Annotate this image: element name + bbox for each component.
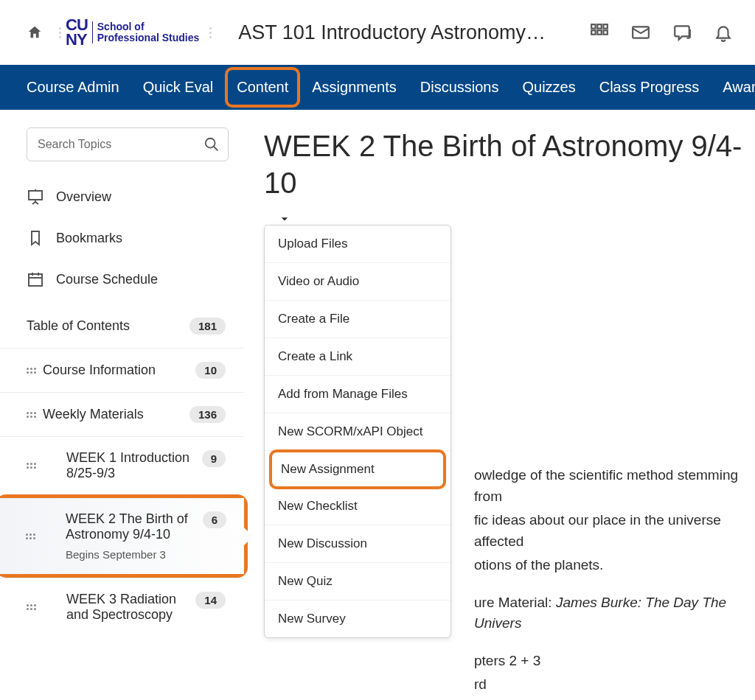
highlight-week-2: WEEK 2 The Birth of Astronomy 9/4-10 Beg… bbox=[0, 494, 248, 578]
drag-handle-icon[interactable] bbox=[27, 604, 37, 610]
nav-class-progress[interactable]: Class Progress bbox=[588, 69, 711, 106]
course-navbar: Course Admin Quick Eval Content Assignme… bbox=[0, 65, 755, 110]
chat-icon[interactable] bbox=[672, 23, 692, 42]
logo-subtext: School of Professional Studies bbox=[92, 21, 199, 44]
svg-point-7 bbox=[206, 139, 215, 148]
bell-icon[interactable] bbox=[714, 23, 733, 42]
nav-course-admin[interactable]: Course Admin bbox=[15, 69, 131, 106]
toc-count-badge: 181 bbox=[189, 318, 226, 335]
desc-line: owledge of the scientific method stemmin… bbox=[474, 465, 755, 507]
header-icon-group bbox=[590, 23, 733, 42]
toc-week-label: WEEK 3 Radiation and Spectroscopy bbox=[43, 592, 195, 623]
svg-rect-3 bbox=[591, 30, 595, 34]
mail-icon[interactable] bbox=[631, 23, 650, 42]
apps-grid-icon[interactable] bbox=[590, 23, 609, 42]
menu-create-a-link[interactable]: Create a Link bbox=[265, 338, 450, 376]
top-header: CU NY School of Professional Studies AST… bbox=[0, 0, 755, 65]
nav-assignments[interactable]: Assignments bbox=[300, 69, 408, 106]
drag-handle-icon[interactable] bbox=[27, 463, 37, 469]
toc-week-label: WEEK 1 Introduction 8/25-9/3 bbox=[43, 450, 202, 481]
menu-new-assignment[interactable]: New Assignment bbox=[272, 452, 443, 486]
menu-new-quiz[interactable]: New Quiz bbox=[265, 563, 450, 601]
nav-discussions[interactable]: Discussions bbox=[408, 69, 511, 106]
search-topics-wrap bbox=[27, 127, 229, 161]
logo-mark: CU NY bbox=[66, 18, 88, 47]
svg-rect-9 bbox=[29, 191, 42, 200]
svg-rect-0 bbox=[591, 24, 595, 28]
bookmark-icon bbox=[27, 229, 44, 247]
module-description: owledge of the scientific method stemmin… bbox=[474, 465, 755, 700]
content-area: WEEK 2 The Birth of Astronomy 9/4-10 Upl… bbox=[243, 110, 755, 700]
sidebar-schedule[interactable]: Course Schedule bbox=[0, 259, 243, 300]
sidebar-bookmarks-label: Bookmarks bbox=[56, 231, 122, 246]
toc-week-count: 9 bbox=[202, 450, 226, 467]
toc-week-label: WEEK 2 The Birth of Astronomy 9/4-10 bbox=[42, 511, 203, 542]
svg-rect-5 bbox=[603, 30, 607, 34]
menu-create-a-file[interactable]: Create a File bbox=[265, 301, 450, 338]
drag-handle-icon[interactable] bbox=[27, 368, 37, 374]
toc-header[interactable]: Table of Contents 181 bbox=[0, 300, 243, 348]
svg-line-8 bbox=[214, 147, 218, 151]
toc-week-2[interactable]: WEEK 2 The Birth of Astronomy 9/4-10 Beg… bbox=[0, 498, 244, 574]
menu-new-scorm-xapi[interactable]: New SCORM/xAPI Object bbox=[265, 413, 450, 451]
svg-rect-1 bbox=[597, 24, 601, 28]
svg-rect-4 bbox=[597, 30, 601, 34]
menu-new-survey[interactable]: New Survey bbox=[265, 601, 450, 637]
toc-week-count: 6 bbox=[203, 511, 226, 528]
home-icon[interactable] bbox=[27, 24, 43, 41]
toc-week-1[interactable]: WEEK 1 Introduction 8/25-9/3 9 bbox=[0, 436, 243, 494]
page-title: WEEK 2 The Birth of Astronomy 9/4-10 bbox=[264, 127, 755, 201]
sidebar-overview-label: Overview bbox=[56, 189, 111, 205]
toc-label: Table of Contents bbox=[27, 318, 130, 334]
svg-line-13 bbox=[35, 202, 38, 204]
lecture-line: ure Material: James Burke: The Day The U… bbox=[474, 592, 755, 634]
search-icon[interactable] bbox=[203, 136, 220, 153]
menu-new-checklist[interactable]: New Checklist bbox=[265, 488, 450, 525]
drag-handle-icon[interactable] bbox=[26, 533, 36, 539]
toc-item-count: 10 bbox=[195, 362, 226, 379]
presentation-icon bbox=[27, 188, 44, 206]
nav-awards[interactable]: Awards bbox=[711, 69, 755, 106]
toc-item-label: Weekly Materials bbox=[43, 407, 189, 422]
toc-item-label: Course Information bbox=[43, 363, 195, 378]
nav-content[interactable]: Content bbox=[228, 70, 297, 105]
search-input[interactable] bbox=[27, 127, 229, 161]
sidebar-overview[interactable]: Overview bbox=[0, 176, 243, 217]
toc-week-count: 14 bbox=[195, 592, 226, 609]
list-line: rd bbox=[474, 674, 755, 696]
toc-week-sublabel: Begins September 3 bbox=[42, 548, 203, 561]
menu-upload-files[interactable]: Upload Files bbox=[265, 225, 450, 263]
institution-logo[interactable]: CU NY School of Professional Studies bbox=[66, 18, 199, 47]
toc-weekly-materials[interactable]: Weekly Materials 136 bbox=[0, 392, 243, 436]
drag-handle-icon[interactable] bbox=[27, 412, 37, 418]
content-sidebar: Overview Bookmarks Course Schedule Table… bbox=[0, 110, 243, 700]
menu-new-discussion[interactable]: New Discussion bbox=[265, 525, 450, 563]
toc-course-information[interactable]: Course Information 10 bbox=[0, 348, 243, 392]
menu-video-or-audio[interactable]: Video or Audio bbox=[265, 263, 450, 301]
svg-line-12 bbox=[32, 202, 35, 204]
nav-quick-eval[interactable]: Quick Eval bbox=[131, 69, 226, 106]
menu-add-from-manage-files[interactable]: Add from Manage Files bbox=[265, 376, 450, 413]
main-layout: Overview Bookmarks Course Schedule Table… bbox=[0, 110, 755, 700]
nav-quizzes[interactable]: Quizzes bbox=[510, 69, 587, 106]
sidebar-schedule-label: Course Schedule bbox=[56, 272, 158, 287]
calendar-icon bbox=[27, 270, 44, 288]
desc-line: otions of the planets. bbox=[474, 555, 755, 576]
divider-icon bbox=[209, 27, 212, 38]
toc-item-count: 136 bbox=[189, 406, 226, 423]
divider-icon bbox=[59, 27, 61, 38]
chevron-down-icon bbox=[277, 211, 292, 226]
desc-line: fic ideas about our place in the univers… bbox=[474, 510, 755, 552]
course-title[interactable]: AST 101 Introductory Astronomy (… bbox=[238, 21, 548, 44]
highlight-new-assignment: New Assignment bbox=[269, 449, 446, 489]
svg-rect-2 bbox=[603, 24, 607, 28]
list-line: pters 2 + 3 bbox=[474, 651, 755, 672]
sidebar-bookmarks[interactable]: Bookmarks bbox=[0, 217, 243, 259]
svg-rect-14 bbox=[29, 274, 42, 286]
highlight-nav-content: Content bbox=[225, 67, 300, 108]
upload-create-menu: Upload Files Video or Audio Create a Fil… bbox=[264, 225, 451, 638]
toc-week-3[interactable]: WEEK 3 Radiation and Spectroscopy 14 bbox=[0, 578, 243, 636]
